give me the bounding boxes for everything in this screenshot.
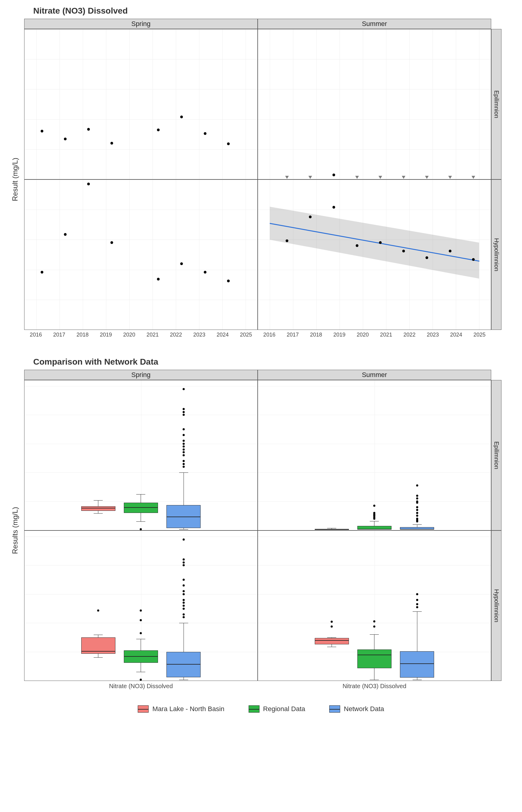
legend-item-regional: Regional Data (248, 705, 305, 713)
legend-swatch-green (248, 705, 260, 713)
bp-summer-hypo (258, 530, 491, 681)
panel-summer-hypo (258, 179, 491, 330)
chart-2-title: Comparison with Network Data (33, 357, 516, 367)
panel-summer-epi (258, 29, 491, 179)
legend-label-mara: Mara Lake - North Basin (152, 705, 224, 713)
bp-spring-epi: 0.00.10.20.30.40.5 (24, 380, 258, 530)
row-strip-hypo: Hypolimnion (491, 179, 501, 330)
row-strip-epi-2: Epilimnion (491, 380, 501, 530)
col-strip-spring: Spring (24, 19, 258, 29)
row-strip-epi: Epilimnion (491, 29, 501, 179)
row-strip-hypo-2: Hypolimnion (491, 530, 501, 681)
col-strip-summer-2: Summer (258, 370, 491, 380)
legend-item-network: Network Data (329, 705, 384, 713)
legend-label-network: Network Data (344, 705, 384, 713)
scatter-chart: Nitrate (NO3) Dissolved Result (mg/L) Sp… (6, 6, 516, 345)
panel-spring-epi: 0.000.050.100.150.200.25 (24, 29, 258, 179)
bp-summer-epi (258, 380, 491, 530)
legend: Mara Lake - North Basin Regional Data Ne… (6, 705, 516, 713)
panel-spring-hypo: 0.000.050.100.150.200.25 (24, 179, 258, 330)
y-axis-label-2: Results (mg/L) (6, 380, 24, 681)
legend-label-regional: Regional Data (263, 705, 305, 713)
col-strip-summer: Summer (258, 19, 491, 29)
bp-spring-hypo: 0.00.10.20.30.40.5 (24, 530, 258, 681)
col-strip-spring-2: Spring (24, 370, 258, 380)
legend-swatch-blue (329, 705, 340, 713)
legend-item-mara: Mara Lake - North Basin (138, 705, 224, 713)
chart-1-title: Nitrate (NO3) Dissolved (33, 6, 516, 16)
legend-swatch-red (138, 705, 148, 713)
y-axis-label-1: Result (mg/L) (6, 29, 24, 330)
boxplot-chart: Comparison with Network Data Results (mg… (6, 357, 516, 713)
